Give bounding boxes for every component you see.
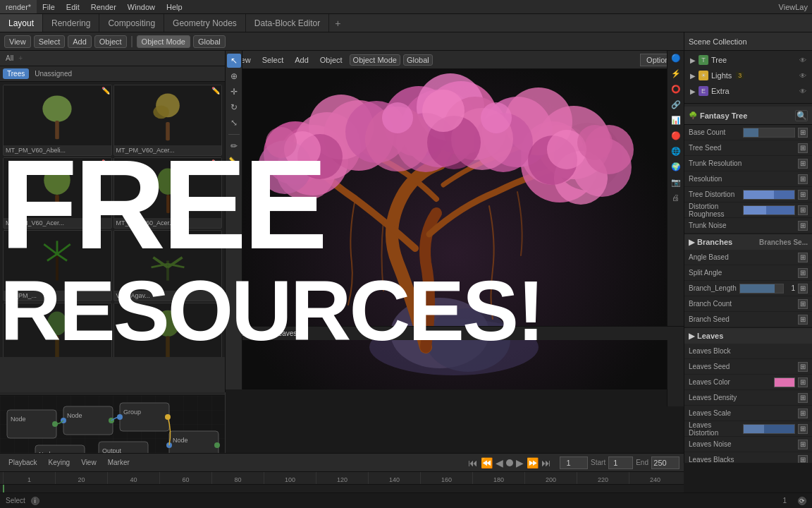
move-tool-btn[interactable]: ✛ bbox=[227, 85, 241, 99]
tab-layout[interactable]: Layout bbox=[0, 14, 43, 32]
distortion-roughness-btn[interactable]: ⊞ bbox=[798, 205, 808, 215]
toolbar-object[interactable]: Object bbox=[94, 35, 127, 48]
branch-seed-btn[interactable]: ⊞ bbox=[798, 315, 808, 325]
world-icon[interactable]: 🌍 bbox=[669, 159, 683, 174]
scene-icon[interactable]: 🌐 bbox=[669, 144, 683, 158]
play-btn[interactable] bbox=[506, 459, 513, 466]
fantasy-search-btn[interactable]: 🔍 bbox=[795, 110, 808, 121]
asset-edit-icon-3[interactable]: ✏️ bbox=[102, 159, 110, 167]
menu-render[interactable]: Render bbox=[85, 0, 122, 13]
vp-shading-dropdown[interactable]: Global bbox=[403, 54, 433, 66]
asset-item-4[interactable]: MT_PM_V60_Acer... ✏️ bbox=[113, 157, 223, 229]
asset-item-7[interactable]: MT_PM_... bbox=[3, 303, 112, 357]
tab-geometry-nodes[interactable]: Geometry Nodes bbox=[164, 14, 246, 32]
asset-edit-icon-2[interactable]: ✏️ bbox=[211, 87, 220, 95]
base-count-slider[interactable] bbox=[743, 128, 796, 138]
measure-tool-btn[interactable]: 📏 bbox=[227, 155, 241, 169]
asset-item-8[interactable]: ...inus... bbox=[113, 303, 223, 357]
scene-item-lights[interactable]: ▶ ☀ Lights 3 👁 bbox=[684, 68, 812, 83]
toolbar-select[interactable]: Select bbox=[34, 35, 66, 48]
cursor-tool-btn[interactable]: ⊕ bbox=[227, 69, 241, 83]
next-keyframe-btn[interactable]: ▶ bbox=[516, 457, 524, 468]
leaves-section-header[interactable]: ▶ Leaves bbox=[684, 328, 812, 344]
leaves-density-btn[interactable]: ⊞ bbox=[798, 393, 808, 403]
scene-item-tree[interactable]: ▶ T Tree 👁 bbox=[684, 52, 812, 68]
select-tool-btn[interactable]: ↖ bbox=[227, 54, 241, 68]
tree-visibility-icon[interactable]: 👁 bbox=[799, 56, 806, 64]
leaves-distortion-slider[interactable] bbox=[743, 424, 796, 434]
end-frame-input[interactable]: 250 bbox=[651, 456, 679, 469]
particles-icon[interactable]: ⚡ bbox=[669, 66, 683, 80]
annotate-tool-btn[interactable]: ✏ bbox=[227, 139, 241, 153]
vp-select[interactable]: Select bbox=[258, 54, 288, 66]
tab-data-block[interactable]: Data-Block Editor bbox=[246, 14, 329, 32]
scale-tool-btn[interactable]: ⤡ bbox=[227, 116, 241, 130]
asset-item-3[interactable]: MT_PM_V60_Acer... ✏️ bbox=[3, 157, 112, 229]
leaves-seed-btn[interactable]: ⊞ bbox=[798, 362, 808, 372]
menu-edit[interactable]: Edit bbox=[61, 0, 85, 13]
base-count-btn[interactable]: ⊞ bbox=[798, 128, 808, 138]
start-frame-input[interactable]: 1 bbox=[608, 456, 633, 469]
extra-visibility-icon[interactable]: 👁 bbox=[799, 87, 806, 95]
menu-help[interactable]: Help bbox=[161, 0, 188, 13]
filter-unassigned[interactable]: Unassigned bbox=[30, 68, 76, 79]
split-angle-btn[interactable]: ⊞ bbox=[798, 268, 808, 278]
leaves-noise-btn[interactable]: ⊞ bbox=[798, 440, 808, 449]
asset-item-1[interactable]: MT_PM_V60_Abeli... ✏️ bbox=[3, 85, 112, 156]
tree-seed-btn[interactable]: ⊞ bbox=[798, 143, 808, 153]
asset-edit-icon-1[interactable]: ✏️ bbox=[102, 87, 110, 95]
prev-keyframe-btn[interactable]: ◀ bbox=[496, 457, 503, 468]
leaves-color-swatch[interactable] bbox=[774, 377, 795, 387]
transform-select[interactable]: Global bbox=[193, 35, 226, 48]
tl-keying[interactable]: Keying bbox=[44, 457, 75, 468]
leaves-blacks-btn[interactable]: ⊞ bbox=[798, 455, 808, 464]
leaves-scale-btn[interactable]: ⊞ bbox=[798, 409, 808, 418]
branch-length-btn[interactable]: ⊞ bbox=[798, 284, 808, 294]
trunk-noise-btn[interactable]: ⊞ bbox=[798, 221, 808, 231]
toolbar-view[interactable]: View bbox=[4, 35, 31, 48]
add-workspace-btn[interactable]: + bbox=[329, 18, 346, 29]
prev-frame-btn[interactable]: ⏪ bbox=[481, 457, 493, 468]
vp-mode-dropdown[interactable]: Object Mode bbox=[350, 54, 400, 66]
angle-based-btn[interactable]: ⊞ bbox=[798, 253, 808, 262]
tl-marker[interactable]: Marker bbox=[104, 457, 134, 468]
skip-start-btn[interactable]: ⏮ bbox=[468, 457, 478, 468]
vp-add[interactable]: Add bbox=[290, 54, 313, 66]
menu-window[interactable]: Window bbox=[122, 0, 161, 13]
toolbar-all-btn[interactable]: All bbox=[3, 53, 16, 64]
tab-rendering[interactable]: Rendering bbox=[43, 14, 99, 32]
tree-distortion-slider[interactable] bbox=[743, 190, 796, 200]
asset-item-2[interactable]: MT_PM_V60_Acer... ✏️ bbox=[113, 85, 223, 156]
tl-view[interactable]: View bbox=[77, 457, 101, 468]
asset-item-6[interactable]: V60_Agav... bbox=[113, 230, 223, 301]
rotate-tool-btn[interactable]: ↻ bbox=[227, 100, 241, 114]
current-frame-input[interactable]: 1 bbox=[560, 456, 588, 469]
tree-distortion-btn[interactable]: ⊞ bbox=[798, 190, 808, 200]
output-icon[interactable]: 🖨 bbox=[669, 190, 683, 205]
tl-playback[interactable]: Playback bbox=[4, 457, 42, 468]
branch-length-slider[interactable] bbox=[739, 284, 784, 294]
data-icon[interactable]: 📊 bbox=[669, 113, 683, 127]
tab-compositing[interactable]: Compositing bbox=[99, 14, 164, 32]
constraints-icon[interactable]: 🔗 bbox=[669, 97, 683, 111]
vp-object[interactable]: Object bbox=[316, 54, 347, 66]
filter-trees[interactable]: Trees bbox=[3, 68, 29, 79]
trunk-resolution-btn[interactable]: ⊞ bbox=[798, 159, 808, 169]
leaves-color-btn[interactable]: ⊞ bbox=[798, 377, 808, 387]
next-frame-btn[interactable]: ⏩ bbox=[527, 457, 539, 468]
physics-icon[interactable]: ⭕ bbox=[669, 82, 683, 96]
plus-icon[interactable]: + bbox=[18, 54, 23, 62]
menu-file[interactable]: File bbox=[37, 0, 61, 13]
asset-item-5[interactable]: MT_PM_... bbox=[3, 230, 112, 301]
distortion-roughness-slider[interactable] bbox=[743, 205, 796, 215]
mode-select[interactable]: Object Mode bbox=[137, 35, 190, 48]
branches-section-header[interactable]: ▶ Branches Branches Se... bbox=[684, 234, 812, 250]
resolution-btn[interactable]: ⊞ bbox=[798, 174, 808, 184]
asset-edit-icon-4[interactable]: ✏️ bbox=[211, 159, 220, 167]
breadcrumb-tree2[interactable]: Tree bbox=[252, 329, 266, 337]
scene-item-extra[interactable]: ▶ E Extra 👁 bbox=[684, 83, 812, 99]
toolbar-add[interactable]: Add bbox=[68, 35, 92, 48]
material-icon[interactable]: 🔴 bbox=[669, 128, 683, 143]
branch-count-btn[interactable]: ⊞ bbox=[798, 299, 808, 309]
leaves-distortion-btn[interactable]: ⊞ bbox=[798, 424, 808, 434]
